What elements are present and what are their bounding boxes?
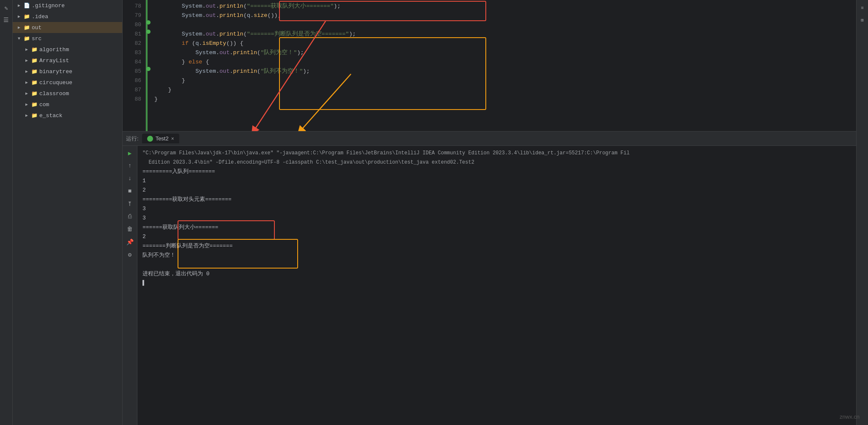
file-tree: ▶ 📄 .gitignore ▶ 📁 .idea ▶ 📁 out ▼ 📁 src… bbox=[13, 0, 122, 425]
folder-icon-src: 📁 bbox=[24, 36, 30, 42]
tree-item-circuqueue[interactable]: ▶ 📁 circuqueue bbox=[13, 77, 122, 88]
arrow-arraylist: ▶ bbox=[25, 58, 31, 63]
output-cmd-line2: Edition 2023.3.4\bin" -Dfile.encoding=UT… bbox=[142, 158, 851, 167]
run-scroll-up-button[interactable]: ↑ bbox=[125, 161, 134, 170]
tree-label-classroom: classroom bbox=[39, 90, 69, 97]
run-tab-name: Test2 bbox=[156, 135, 169, 142]
run-tab-icon bbox=[147, 136, 153, 142]
tree-item-algorithm[interactable]: ▶ 📁 algorithm bbox=[13, 44, 122, 55]
run-settings-button[interactable]: ⚙ bbox=[125, 250, 134, 259]
run-pin-button[interactable]: 📌 bbox=[125, 237, 134, 247]
code-line-81: System.out.println("=======判断队列是否为空=====… bbox=[154, 30, 853, 39]
output-cursor-line: ▌ bbox=[142, 279, 851, 288]
tree-item-gitignore[interactable]: ▶ 📄 .gitignore bbox=[13, 0, 122, 11]
code-line-78: System.out.println("======获取队列大小======="… bbox=[154, 2, 853, 11]
run-play-button[interactable]: ▶ bbox=[125, 148, 134, 158]
main-area: 78 79 80 81 82 83 84 85 86 87 88 bbox=[123, 0, 856, 425]
code-line-82: if (q.isEmpty()) { bbox=[154, 39, 853, 48]
arrow-classroom: ▶ bbox=[25, 91, 31, 96]
run-tab-bar: 运行: Test2 × bbox=[123, 132, 856, 146]
run-stop-button[interactable]: ■ bbox=[125, 186, 134, 196]
tree-item-estack[interactable]: ▶ 📁 e_stack bbox=[13, 110, 122, 121]
arrow-src: ▼ bbox=[18, 36, 24, 41]
right-icon-1[interactable]: ≡ bbox=[858, 3, 867, 13]
folder-icon-com: 📁 bbox=[31, 101, 38, 108]
tree-label-estack: e_stack bbox=[39, 112, 63, 119]
folder-icon-classroom: 📁 bbox=[31, 90, 38, 97]
console-anno-red-size bbox=[178, 220, 275, 240]
file-icon-gitignore: 📄 bbox=[24, 3, 30, 9]
run-tab-close[interactable]: × bbox=[171, 136, 174, 142]
watermark: znwx.cn bbox=[840, 414, 860, 420]
arrow-estack: ▶ bbox=[25, 113, 31, 118]
tree-label-src: src bbox=[32, 36, 41, 42]
tree-item-idea[interactable]: ▶ 📁 .idea bbox=[13, 11, 122, 22]
tree-item-out[interactable]: ▶ 📁 out bbox=[13, 22, 122, 33]
arrow-com: ▶ bbox=[25, 102, 31, 107]
output-line-exit: 进程已结束，退出代码为 0 bbox=[142, 269, 851, 279]
sidebar: ▶ 📄 .gitignore ▶ 📁 .idea ▶ 📁 out ▼ 📁 src… bbox=[13, 0, 123, 425]
code-line-88: } bbox=[154, 95, 853, 104]
tree-label-binarytree: binarytree bbox=[39, 69, 72, 75]
left-toolbar: ✎ ☰ bbox=[0, 0, 13, 425]
run-content-area: ▶ ↑ ↓ ■ ⤒ ⎙ 🗑 📌 ⚙ "C:\Program Files\Java… bbox=[123, 146, 856, 425]
folder-icon-arraylist: 📁 bbox=[31, 58, 38, 64]
code-line-86: } bbox=[154, 76, 853, 85]
tree-label-arraylist: ArrayList bbox=[39, 58, 69, 64]
code-line-79: System.out.println(q.size()); bbox=[154, 11, 853, 20]
gutter bbox=[146, 0, 151, 131]
folder-icon-circuqueue: 📁 bbox=[31, 80, 38, 86]
console-anno-yellow-isempty bbox=[178, 239, 298, 269]
bottom-panel: 运行: Test2 × ▶ ↑ ↓ ■ ⤒ ⎙ 🗑 📌 ⚙ " bbox=[123, 131, 856, 425]
code-line-85: System.out.println("队列不为空！"); bbox=[154, 67, 853, 76]
tree-item-classroom[interactable]: ▶ 📁 classroom bbox=[13, 88, 122, 99]
tree-label-com: com bbox=[39, 101, 49, 108]
tree-label-out: out bbox=[32, 25, 41, 31]
tree-item-binarytree[interactable]: ▶ 📁 binarytree bbox=[13, 66, 122, 77]
run-scroll-to-top-button[interactable]: ⤒ bbox=[125, 199, 134, 208]
output-line-gethead: =========获取对头元素======== bbox=[142, 195, 851, 204]
arrow-circuqueue: ▶ bbox=[25, 80, 31, 85]
run-label: 运行: bbox=[126, 135, 139, 143]
code-line-83: System.out.println("队列为空！"); bbox=[154, 48, 853, 58]
tree-item-arraylist[interactable]: ▶ 📁 ArrayList bbox=[13, 55, 122, 66]
output-line-enqueue: =========入队列======== bbox=[142, 167, 851, 176]
folder-icon-out: 📁 bbox=[24, 25, 30, 31]
code-line-87: } bbox=[154, 85, 853, 95]
folder-icon-algorithm: 📁 bbox=[31, 47, 38, 53]
tree-item-src[interactable]: ▼ 📁 src bbox=[13, 33, 122, 44]
run-tab-test2[interactable]: Test2 × bbox=[142, 134, 179, 143]
run-toolbar: ▶ ↑ ↓ ■ ⤒ ⎙ 🗑 📌 ⚙ bbox=[123, 146, 137, 425]
tree-label-algorithm: algorithm bbox=[39, 47, 69, 53]
toolbar-icon-2[interactable]: ☰ bbox=[2, 15, 11, 25]
run-delete-button[interactable]: 🗑 bbox=[125, 225, 134, 234]
folder-icon-estack: 📁 bbox=[31, 112, 38, 119]
output-line-1: 1 bbox=[142, 176, 851, 186]
toolbar-icon-1[interactable]: ✎ bbox=[2, 3, 11, 13]
folder-icon-idea: 📁 bbox=[24, 14, 30, 20]
output-line-3a: 3 bbox=[142, 204, 851, 214]
run-scroll-down-button[interactable]: ↓ bbox=[125, 174, 134, 183]
right-icon-2[interactable]: ⊞ bbox=[858, 15, 867, 25]
output-cmd-line1: "C:\Program Files\Java\jdk-17\bin\java.e… bbox=[142, 148, 851, 158]
arrow-out: ▶ bbox=[18, 25, 24, 30]
arrow-idea: ▶ bbox=[18, 14, 24, 19]
arrow-algorithm: ▶ bbox=[25, 47, 31, 52]
line-numbers: 78 79 80 81 82 83 84 85 86 87 88 bbox=[123, 0, 146, 131]
right-toolbar: ≡ ⊞ bbox=[856, 0, 868, 425]
run-print-button[interactable]: ⎙ bbox=[125, 212, 134, 221]
code-area: 78 79 80 81 82 83 84 85 86 87 88 bbox=[123, 0, 856, 131]
run-output[interactable]: "C:\Program Files\Java\jdk-17\bin\java.e… bbox=[137, 146, 856, 425]
code-line-80 bbox=[154, 20, 853, 30]
output-line-2: 2 bbox=[142, 186, 851, 195]
tree-label-gitignore: .gitignore bbox=[32, 3, 65, 9]
tree-item-com[interactable]: ▶ 📁 com bbox=[13, 99, 122, 110]
code-content[interactable]: System.out.println("======获取队列大小======="… bbox=[151, 0, 856, 131]
code-line-84: } else { bbox=[154, 58, 853, 67]
arrow-binarytree: ▶ bbox=[25, 69, 31, 74]
arrow-gitignore: ▶ bbox=[18, 3, 24, 8]
tree-label-circuqueue: circuqueue bbox=[39, 80, 72, 86]
folder-icon-binarytree: 📁 bbox=[31, 69, 38, 75]
tree-label-idea: .idea bbox=[32, 14, 48, 20]
